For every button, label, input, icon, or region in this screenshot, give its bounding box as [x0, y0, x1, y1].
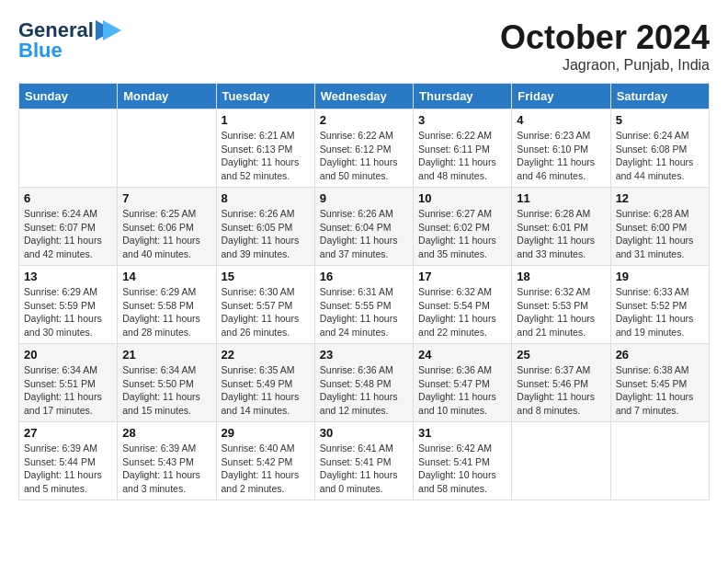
logo: General Blue: [18, 18, 121, 63]
day-info: Sunrise: 6:31 AM Sunset: 5:55 PM Dayligh…: [320, 285, 408, 339]
day-number: 25: [517, 348, 605, 362]
calendar-cell: 2Sunrise: 6:22 AM Sunset: 6:12 PM Daylig…: [314, 109, 413, 188]
header-tuesday: Tuesday: [216, 84, 314, 109]
calendar-cell: 5Sunrise: 6:24 AM Sunset: 6:08 PM Daylig…: [610, 109, 709, 188]
calendar-cell: [19, 109, 118, 188]
day-number: 13: [24, 270, 112, 283]
day-number: 23: [320, 348, 408, 362]
day-number: 12: [616, 191, 704, 205]
day-number: 16: [320, 270, 408, 283]
calendar-cell: [118, 109, 216, 188]
calendar-cell: 21Sunrise: 6:34 AM Sunset: 5:50 PM Dayli…: [118, 344, 216, 422]
day-info: Sunrise: 6:24 AM Sunset: 6:07 PM Dayligh…: [24, 207, 112, 261]
day-info: Sunrise: 6:27 AM Sunset: 6:02 PM Dayligh…: [418, 207, 506, 261]
day-info: Sunrise: 6:25 AM Sunset: 6:06 PM Dayligh…: [122, 207, 210, 261]
day-number: 6: [24, 191, 112, 205]
day-number: 17: [418, 270, 506, 283]
day-number: 18: [517, 270, 605, 283]
day-number: 22: [222, 348, 310, 362]
day-info: Sunrise: 6:39 AM Sunset: 5:44 PM Dayligh…: [24, 442, 112, 496]
calendar-cell: 18Sunrise: 6:32 AM Sunset: 5:53 PM Dayli…: [512, 266, 610, 344]
header-wednesday: Wednesday: [314, 84, 413, 109]
day-info: Sunrise: 6:35 AM Sunset: 5:49 PM Dayligh…: [222, 363, 310, 418]
calendar-week-row: 1Sunrise: 6:21 AM Sunset: 6:13 PM Daylig…: [19, 109, 710, 188]
calendar-cell: [512, 422, 610, 500]
day-info: Sunrise: 6:32 AM Sunset: 5:53 PM Dayligh…: [517, 285, 605, 339]
calendar-cell: 12Sunrise: 6:28 AM Sunset: 6:00 PM Dayli…: [610, 188, 709, 266]
day-info: Sunrise: 6:33 AM Sunset: 5:52 PM Dayligh…: [616, 285, 704, 339]
day-info: Sunrise: 6:38 AM Sunset: 5:45 PM Dayligh…: [616, 363, 704, 418]
day-number: 27: [24, 426, 112, 440]
calendar-header-row: SundayMondayTuesdayWednesdayThursdayFrid…: [19, 84, 710, 109]
calendar-cell: 31Sunrise: 6:42 AM Sunset: 5:41 PM Dayli…: [414, 422, 512, 500]
calendar-cell: 17Sunrise: 6:32 AM Sunset: 5:54 PM Dayli…: [414, 266, 512, 344]
calendar-cell: 30Sunrise: 6:41 AM Sunset: 5:41 PM Dayli…: [314, 422, 413, 500]
day-number: 2: [320, 113, 408, 127]
calendar-cell: 4Sunrise: 6:23 AM Sunset: 6:10 PM Daylig…: [512, 109, 610, 188]
day-info: Sunrise: 6:37 AM Sunset: 5:46 PM Dayligh…: [517, 363, 605, 418]
day-number: 21: [122, 348, 210, 362]
day-number: 30: [320, 426, 408, 440]
day-number: 7: [122, 191, 210, 205]
calendar-cell: 26Sunrise: 6:38 AM Sunset: 5:45 PM Dayli…: [610, 344, 709, 422]
calendar-cell: 10Sunrise: 6:27 AM Sunset: 6:02 PM Dayli…: [414, 188, 512, 266]
day-number: 15: [222, 270, 310, 283]
day-info: Sunrise: 6:40 AM Sunset: 5:42 PM Dayligh…: [222, 442, 310, 496]
calendar-cell: 28Sunrise: 6:39 AM Sunset: 5:43 PM Dayli…: [118, 422, 216, 500]
calendar-cell: 16Sunrise: 6:31 AM Sunset: 5:55 PM Dayli…: [314, 266, 413, 344]
calendar-cell: 23Sunrise: 6:36 AM Sunset: 5:48 PM Dayli…: [314, 344, 413, 422]
calendar-cell: 29Sunrise: 6:40 AM Sunset: 5:42 PM Dayli…: [216, 422, 314, 500]
calendar-cell: 14Sunrise: 6:29 AM Sunset: 5:58 PM Dayli…: [118, 266, 216, 344]
calendar-title-area: October 2024 Jagraon, Punjab, India: [500, 18, 710, 74]
day-number: 31: [418, 426, 506, 440]
calendar-week-row: 13Sunrise: 6:29 AM Sunset: 5:59 PM Dayli…: [19, 266, 710, 344]
header-friday: Friday: [512, 84, 610, 109]
day-info: Sunrise: 6:36 AM Sunset: 5:48 PM Dayligh…: [320, 363, 408, 418]
calendar-cell: 22Sunrise: 6:35 AM Sunset: 5:49 PM Dayli…: [216, 344, 314, 422]
day-info: Sunrise: 6:30 AM Sunset: 5:57 PM Dayligh…: [222, 285, 310, 339]
day-info: Sunrise: 6:34 AM Sunset: 5:50 PM Dayligh…: [122, 363, 210, 418]
day-number: 14: [122, 270, 210, 283]
day-number: 26: [616, 348, 704, 362]
day-info: Sunrise: 6:34 AM Sunset: 5:51 PM Dayligh…: [24, 363, 112, 418]
day-info: Sunrise: 6:28 AM Sunset: 6:00 PM Dayligh…: [616, 207, 704, 261]
day-info: Sunrise: 6:26 AM Sunset: 6:04 PM Dayligh…: [320, 207, 408, 261]
calendar-cell: 1Sunrise: 6:21 AM Sunset: 6:13 PM Daylig…: [216, 109, 314, 188]
calendar-cell: 19Sunrise: 6:33 AM Sunset: 5:52 PM Dayli…: [610, 266, 709, 344]
day-info: Sunrise: 6:22 AM Sunset: 6:12 PM Dayligh…: [320, 129, 408, 183]
day-info: Sunrise: 6:23 AM Sunset: 6:10 PM Dayligh…: [517, 129, 605, 183]
day-number: 28: [122, 426, 210, 440]
calendar-cell: 8Sunrise: 6:26 AM Sunset: 6:05 PM Daylig…: [216, 188, 314, 266]
page-header: General Blue October 2024 Jagraon, Punja…: [18, 18, 710, 74]
day-number: 4: [517, 113, 605, 127]
day-info: Sunrise: 6:41 AM Sunset: 5:41 PM Dayligh…: [320, 442, 408, 496]
day-number: 19: [616, 270, 704, 283]
calendar-cell: 20Sunrise: 6:34 AM Sunset: 5:51 PM Dayli…: [19, 344, 118, 422]
day-info: Sunrise: 6:26 AM Sunset: 6:05 PM Dayligh…: [222, 207, 310, 261]
day-info: Sunrise: 6:21 AM Sunset: 6:13 PM Dayligh…: [222, 129, 310, 183]
header-saturday: Saturday: [610, 84, 709, 109]
header-sunday: Sunday: [19, 84, 118, 109]
calendar-cell: 25Sunrise: 6:37 AM Sunset: 5:46 PM Dayli…: [512, 344, 610, 422]
day-info: Sunrise: 6:42 AM Sunset: 5:41 PM Dayligh…: [418, 442, 506, 496]
day-info: Sunrise: 6:36 AM Sunset: 5:47 PM Dayligh…: [418, 363, 506, 418]
day-info: Sunrise: 6:32 AM Sunset: 5:54 PM Dayligh…: [418, 285, 506, 339]
calendar-cell: 7Sunrise: 6:25 AM Sunset: 6:06 PM Daylig…: [118, 188, 216, 266]
calendar-cell: 6Sunrise: 6:24 AM Sunset: 6:07 PM Daylig…: [19, 188, 118, 266]
day-number: 1: [222, 113, 310, 127]
calendar-cell: 9Sunrise: 6:26 AM Sunset: 6:04 PM Daylig…: [314, 188, 413, 266]
day-info: Sunrise: 6:28 AM Sunset: 6:01 PM Dayligh…: [517, 207, 605, 261]
calendar-cell: [610, 422, 709, 500]
calendar-cell: 24Sunrise: 6:36 AM Sunset: 5:47 PM Dayli…: [414, 344, 512, 422]
header-monday: Monday: [118, 84, 216, 109]
day-number: 11: [517, 191, 605, 205]
calendar-week-row: 6Sunrise: 6:24 AM Sunset: 6:07 PM Daylig…: [19, 188, 710, 266]
logo-icon: [96, 20, 121, 40]
svg-marker-1: [103, 20, 121, 40]
month-year-title: October 2024: [500, 18, 710, 57]
header-thursday: Thursday: [414, 84, 512, 109]
day-number: 9: [320, 191, 408, 205]
day-number: 10: [418, 191, 506, 205]
day-number: 24: [418, 348, 506, 362]
day-info: Sunrise: 6:22 AM Sunset: 6:11 PM Dayligh…: [418, 129, 506, 183]
